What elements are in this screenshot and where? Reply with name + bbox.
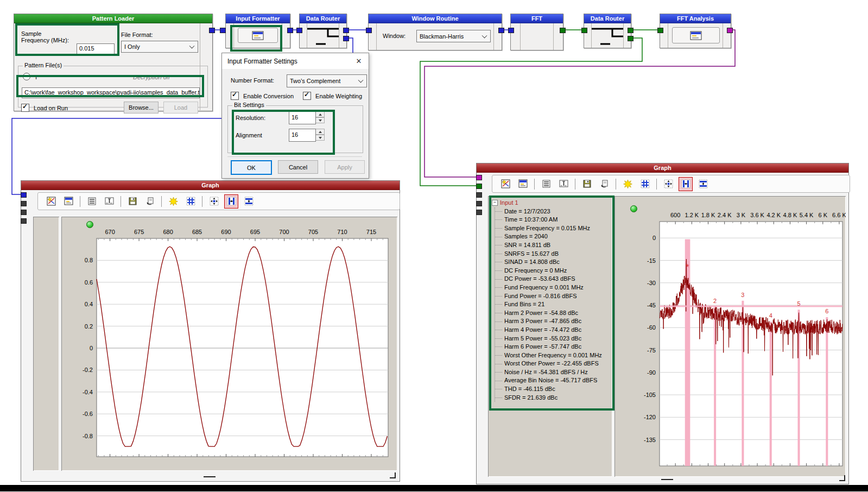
tree-item[interactable]: Samples = 2040	[495, 232, 602, 241]
pattern-file-path-input[interactable]: C:\work\fae_workshop_workspace\pyadi-iio…	[22, 87, 200, 98]
block-fft-analysis[interactable]: FFT Analysis	[660, 14, 731, 48]
tree-item[interactable]: SNR = 14.811 dB	[495, 241, 602, 250]
input-formatter-settings-dialog[interactable]: Input Formatter Settings ✕ Number Format…	[221, 53, 369, 179]
connection-port[interactable]	[21, 210, 27, 215]
input-formatter-settings-button[interactable]	[238, 28, 278, 43]
fft-title[interactable]: FFT	[511, 14, 563, 23]
tree-item[interactable]: Harm 6 Power = -57.747 dBc	[495, 343, 602, 351]
graph-title[interactable]: Graph	[21, 181, 400, 190]
tree-item[interactable]: SINAD = 14.808 dBc	[495, 258, 602, 267]
graph-wizard-icon[interactable]	[498, 177, 512, 191]
block-pattern-loader[interactable]: Pattern Loader Sample Frequency (MHz): 0…	[14, 14, 213, 111]
connection-port[interactable]	[581, 28, 587, 33]
resolution-stepper[interactable]: 16	[289, 111, 325, 124]
fit-horizontal-icon[interactable]	[224, 194, 238, 209]
tree-item[interactable]: THD = -46.115 dBc	[495, 385, 602, 394]
data-router-title[interactable]: Data Router	[584, 14, 631, 23]
fit-all-icon[interactable]	[661, 177, 675, 191]
checkbox-icon[interactable]: ✓	[21, 104, 29, 112]
window-resize-handle[interactable]	[204, 476, 216, 477]
analysis-tree[interactable]: −Input 1Date = 12/7/2023Time = 10:37:00 …	[492, 199, 602, 402]
tree-item[interactable]: Fund Power = -0.816 dBFS	[495, 292, 602, 301]
graph-title[interactable]: Graph	[477, 163, 848, 173]
tree-item[interactable]: Worst Other Power = -22.455 dBFS	[495, 359, 602, 368]
connection-port[interactable]	[628, 28, 633, 33]
file-format-select[interactable]: I Only	[121, 41, 198, 53]
fit-vertical-icon[interactable]	[696, 177, 710, 191]
tree-item[interactable]: Time = 10:37:00 AM	[495, 216, 602, 224]
tree-root-label[interactable]: Input 1	[500, 199, 518, 207]
block-fft[interactable]: FFT	[510, 14, 563, 51]
pattern-loader-title[interactable]: Pattern Loader	[14, 14, 212, 23]
tree-item[interactable]: Fund Bins = 21	[495, 300, 602, 309]
copy-icon[interactable]	[143, 194, 157, 209]
input-formatter-title[interactable]: Input Formatter	[226, 14, 290, 23]
connection-port[interactable]	[727, 28, 733, 33]
spin-down-icon[interactable]	[316, 117, 325, 123]
cursor-icon[interactable]	[102, 194, 116, 209]
tree-item[interactable]: Average Bin Noise = -45.717 dBFS	[495, 376, 602, 385]
spin-up-icon[interactable]	[316, 111, 325, 117]
tree-item[interactable]: Worst Other Frequency = 0.001 MHz	[495, 351, 602, 360]
fft-analysis-settings-button[interactable]	[672, 27, 720, 43]
save-icon[interactable]	[580, 177, 594, 191]
fit-all-icon[interactable]	[207, 194, 221, 209]
load-button[interactable]: Load	[163, 102, 198, 113]
tree-item[interactable]: SFDR = 21.639 dBc	[495, 394, 602, 402]
tree-item[interactable]: DC Frequency = 0 MHz	[495, 267, 602, 275]
graph-window-right[interactable]: Graph −Input 1Date = 12/7/2023Time = 10:…	[476, 163, 849, 484]
block-window-routine[interactable]: Window Routine Window: Blackman-Harris	[368, 14, 502, 51]
radio-icon[interactable]	[23, 73, 30, 80]
connection-port[interactable]	[476, 184, 482, 189]
cancel-button[interactable]: Cancel	[278, 160, 318, 174]
spin-down-icon[interactable]	[316, 135, 325, 141]
connection-port[interactable]	[498, 28, 504, 33]
flash-icon[interactable]	[166, 194, 180, 209]
tree-item[interactable]: Harm 2 Power = -54.88 dBc	[495, 309, 602, 318]
load-on-run-checkbox[interactable]: ✓ Load on Run	[21, 104, 68, 112]
flash-icon[interactable]	[620, 177, 635, 191]
legend-icon[interactable]	[85, 194, 99, 209]
legend-icon[interactable]	[539, 177, 553, 191]
copy-icon[interactable]	[597, 177, 611, 191]
enable-weighting-checkbox[interactable]: ✓ Enable Weighting	[303, 92, 362, 100]
connection-port[interactable]	[343, 36, 349, 41]
sample-frequency-input[interactable]: 0.015	[77, 43, 115, 54]
connection-port[interactable]	[560, 28, 566, 33]
block-data-router-2[interactable]: Data Router	[584, 14, 631, 48]
tree-item[interactable]: Harm 4 Power = -74.472 dBc	[495, 326, 602, 335]
connection-port[interactable]	[476, 175, 482, 180]
properties-icon[interactable]	[61, 194, 75, 209]
window-type-select[interactable]: Blackman-Harris	[416, 30, 491, 42]
fit-vertical-icon[interactable]	[242, 194, 256, 209]
tree-item[interactable]: Harm 3 Power = -47.865 dBc	[495, 317, 602, 326]
spin-up-icon[interactable]	[316, 129, 325, 135]
block-data-router-1[interactable]: Data Router	[299, 14, 347, 48]
connection-port[interactable]	[476, 192, 482, 198]
window-resize-corner[interactable]	[839, 475, 845, 481]
graph-window-left[interactable]: Graph 0.80.60.40.20-0.2-0.4-0.6-0.867067…	[21, 180, 400, 482]
close-icon[interactable]: ✕	[353, 56, 364, 67]
connection-port[interactable]	[296, 28, 302, 33]
graph-wizard-icon[interactable]	[44, 194, 58, 209]
connection-port[interactable]	[657, 28, 663, 33]
window-resize-corner[interactable]	[390, 472, 396, 478]
connection-port[interactable]	[343, 28, 349, 33]
tree-item[interactable]: SNRFS = 15.627 dB	[495, 250, 602, 258]
tree-item[interactable]: Noise / Hz = -54.381 dBFS / Hz	[495, 368, 602, 377]
data-router-title[interactable]: Data Router	[300, 14, 346, 23]
connection-port[interactable]	[287, 28, 293, 33]
connection-port[interactable]	[220, 28, 226, 33]
fft-analysis-title[interactable]: FFT Analysis	[660, 14, 731, 23]
connection-port[interactable]	[508, 28, 514, 33]
apply-button[interactable]: Apply	[325, 160, 365, 174]
window-routine-title[interactable]: Window Routine	[369, 14, 502, 23]
grid-icon[interactable]	[183, 194, 198, 209]
fit-horizontal-icon[interactable]	[679, 177, 693, 191]
connection-port[interactable]	[209, 28, 215, 33]
i-channel-radio[interactable]: I	[23, 73, 37, 80]
connection-port[interactable]	[21, 201, 27, 206]
tree-item[interactable]: Sample Frequency = 0.015 MHz	[495, 224, 602, 233]
connection-port[interactable]	[476, 210, 482, 215]
number-format-select[interactable]: Two's Complement	[287, 74, 367, 87]
